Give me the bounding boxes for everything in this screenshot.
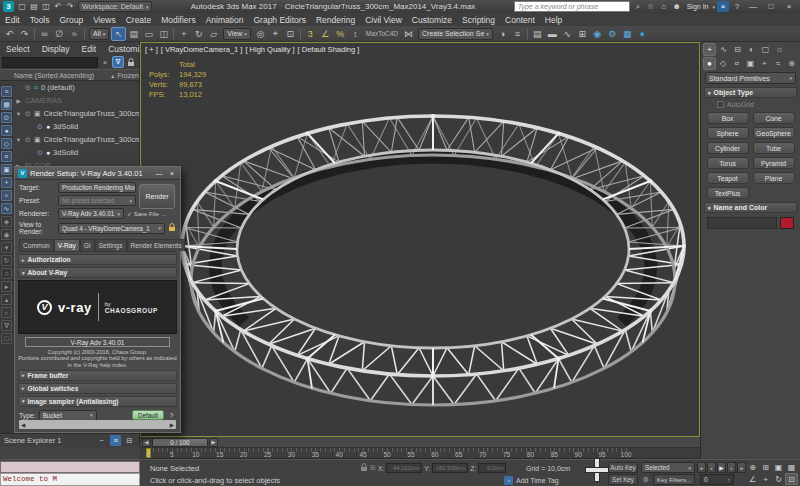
minimize-button[interactable]: — bbox=[745, 1, 761, 12]
sampler-help-button[interactable]: ? bbox=[167, 410, 176, 420]
rollout-global-switches[interactable]: ▸Global switches bbox=[18, 383, 177, 394]
render-tab-common[interactable]: Common bbox=[19, 239, 54, 251]
selection-region-icon[interactable]: ▭ bbox=[141, 27, 156, 41]
workspace-dropdown[interactable]: Workspace: Default▾ bbox=[78, 1, 152, 12]
orbit-button[interactable]: ↻ bbox=[772, 473, 785, 485]
schematic-view-icon[interactable]: ⊞ bbox=[575, 27, 590, 41]
display-tab-icon[interactable]: ▢ bbox=[759, 43, 772, 56]
utilities-tab-icon[interactable]: ⌂ bbox=[773, 43, 786, 56]
menu-edit[interactable]: Edit bbox=[0, 13, 25, 26]
select-and-move-icon[interactable]: + bbox=[176, 27, 191, 41]
search-input[interactable]: Type a keyword or phrase bbox=[514, 1, 630, 12]
visibility-eye-icon[interactable]: ⊙ bbox=[25, 84, 31, 92]
new-file-icon[interactable]: ▢ bbox=[16, 1, 28, 12]
visibility-eye-icon[interactable]: ⊙ bbox=[37, 123, 43, 131]
menu-rendering[interactable]: Rendering bbox=[311, 13, 360, 26]
maxscript-listener-field[interactable]: Welcome to M bbox=[0, 473, 140, 486]
percent-snap-icon[interactable]: % bbox=[333, 27, 348, 41]
create-tab-icon[interactable]: + bbox=[703, 43, 716, 56]
filter-icon[interactable]: ∇ bbox=[1, 320, 12, 331]
key-filters-button[interactable]: Key Filters... bbox=[653, 474, 695, 485]
time-slider-handle[interactable]: 0 / 100 bbox=[152, 438, 208, 447]
scene-explorer-footer[interactable]: Scene Explorer 1 − ≡ ⊟ bbox=[0, 433, 140, 447]
systems-category-icon[interactable]: ⊕ bbox=[785, 57, 798, 70]
object-color-swatch[interactable] bbox=[780, 217, 794, 229]
bind-to-space-warp-icon[interactable]: ≈ bbox=[67, 27, 82, 41]
explorer-menu-edit[interactable]: Edit bbox=[76, 44, 103, 54]
user-icon[interactable]: ☻ bbox=[671, 1, 683, 12]
find-icon[interactable]: ⌕ bbox=[1, 307, 12, 318]
align-icon[interactable]: ≡ bbox=[510, 27, 525, 41]
favorites-icon[interactable]: ☆ bbox=[645, 1, 657, 12]
render-production-icon[interactable]: ● bbox=[635, 27, 650, 41]
autogrid-checkbox[interactable]: AutoGrid bbox=[717, 101, 800, 108]
zoom-all-button[interactable]: ⊞ bbox=[759, 461, 772, 473]
mirror-icon[interactable]: ◑ bbox=[495, 27, 510, 41]
redo-icon[interactable]: ↷ bbox=[17, 27, 32, 41]
select-and-scale-icon[interactable]: ▱ bbox=[206, 27, 221, 41]
scene-tree-row[interactable]: ⊙●3dSolid bbox=[13, 120, 139, 133]
display-materials-icon[interactable]: ◉ bbox=[1, 229, 12, 240]
object-name-field[interactable] bbox=[707, 217, 777, 229]
expander-icon[interactable]: ▼ bbox=[15, 111, 22, 117]
primitive-button-box[interactable]: Box bbox=[707, 112, 749, 124]
scene-tree-row[interactable]: ▼⊙▣CircleTriangularTruss_300cm_2 bbox=[13, 133, 139, 146]
key-selection-dropdown[interactable]: Selected▾ bbox=[641, 462, 695, 473]
viewport-quality-menu[interactable]: [ High Quality ] bbox=[245, 45, 294, 54]
keyboard-override-icon[interactable]: ⊡ bbox=[283, 27, 298, 41]
lock-explorer-icon[interactable] bbox=[125, 56, 137, 68]
menu-modifiers[interactable]: Modifiers bbox=[156, 13, 200, 26]
time-slider-prev-arrow[interactable]: ◀ bbox=[142, 438, 151, 447]
primitive-button-teapot[interactable]: Teapot bbox=[707, 172, 749, 184]
open-file-icon[interactable]: ▤ bbox=[28, 1, 40, 12]
search-icon[interactable]: ⌕ bbox=[632, 1, 644, 12]
primitive-button-cylinder[interactable]: Cylinder bbox=[707, 142, 749, 154]
geometry-category-icon[interactable]: ● bbox=[703, 57, 716, 70]
reference-coordinate-dropdown[interactable]: View▾ bbox=[223, 28, 251, 40]
display-cameras-icon[interactable]: ▣ bbox=[1, 164, 12, 175]
zoom-extents-button[interactable]: ▣ bbox=[772, 461, 785, 473]
explorer-list-icon[interactable]: ≡ bbox=[110, 435, 121, 446]
explorer-menu-select[interactable]: Select bbox=[0, 44, 36, 54]
current-frame-field[interactable]: 0↕ bbox=[700, 474, 734, 485]
primitive-button-sphere[interactable]: Sphere bbox=[707, 127, 749, 139]
menu-views[interactable]: Views bbox=[88, 13, 121, 26]
select-and-manipulate-icon[interactable]: ⌖ bbox=[268, 27, 283, 41]
motion-tab-icon[interactable]: ◐ bbox=[745, 43, 758, 56]
cameras-category-icon[interactable]: ▣ bbox=[744, 57, 757, 70]
dialog-minimize-button[interactable]: — bbox=[154, 168, 164, 178]
target-dropdown[interactable]: Production Rendering Mode▾ bbox=[58, 182, 136, 193]
primitive-button-pyramid[interactable]: Pyramid bbox=[753, 157, 795, 169]
save-file-checkbox[interactable]: ✓ Save File bbox=[127, 210, 159, 217]
zoom-extents-all-button[interactable]: ▦ bbox=[785, 461, 798, 473]
time-slider[interactable]: ◀ 0 / 100 ▶ bbox=[140, 437, 700, 448]
configure-icon[interactable]: □ bbox=[1, 333, 12, 344]
collapse-panel-icon[interactable]: − bbox=[96, 435, 107, 446]
primitive-button-cone[interactable]: Cone bbox=[753, 112, 795, 124]
shapes-category-icon[interactable]: ◇ bbox=[717, 57, 730, 70]
home-icon[interactable]: ⌂ bbox=[658, 1, 670, 12]
redo-small-icon[interactable]: ↷ bbox=[64, 1, 76, 12]
save-file-icon[interactable]: ◫ bbox=[40, 1, 52, 12]
render-setup-icon[interactable]: ⚙ bbox=[605, 27, 620, 41]
edit-named-selections-icon[interactable]: ⋈ bbox=[401, 27, 416, 41]
view-to-render-dropdown[interactable]: Quad 4 - VRayDomeCamera_1▾ bbox=[58, 223, 165, 234]
scene-tree-row[interactable]: ⊙≡0 (default) bbox=[13, 81, 139, 94]
3dsmax-logo-icon[interactable]: 3 bbox=[3, 1, 14, 12]
viewport-general-menu[interactable]: [ + ] bbox=[145, 45, 158, 54]
macro-recorder-field[interactable] bbox=[0, 461, 140, 473]
display-everything-icon[interactable]: ⊙ bbox=[1, 112, 12, 123]
display-shapes-icon[interactable]: ◇ bbox=[1, 138, 12, 149]
primitive-button-tube[interactable]: Tube bbox=[753, 142, 795, 154]
y-coordinate-field[interactable]: -181,939cm bbox=[432, 463, 468, 473]
scene-tree-row[interactable]: ▼⊙▣CircleTriangularTruss_300cm_1 bbox=[13, 107, 139, 120]
clear-search-icon[interactable]: × bbox=[99, 56, 111, 68]
sign-in-button[interactable]: Sign In bbox=[687, 3, 709, 10]
spinner-snap-icon[interactable]: ↕ bbox=[348, 27, 363, 41]
rollout-image-sampler[interactable]: ▾Image sampler (Antialiasing) bbox=[18, 396, 177, 407]
spacewarps-category-icon[interactable]: ≈ bbox=[772, 57, 785, 70]
helpers-category-icon[interactable]: + bbox=[758, 57, 771, 70]
track-bar[interactable]: 0510152025303540455055606570758085909510… bbox=[140, 448, 700, 459]
add-time-tag[interactable]: ◔ Add Time Tag bbox=[504, 476, 559, 485]
render-tab-settings[interactable]: Settings bbox=[95, 239, 127, 251]
